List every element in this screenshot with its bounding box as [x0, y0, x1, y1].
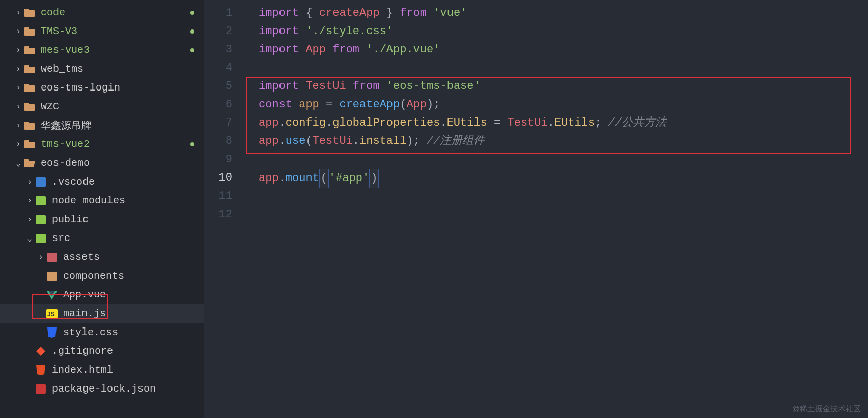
folder-item-web-tms[interactable]: ›web_tms [0, 59, 204, 78]
line-number-gutter: 123456789101112 [204, 0, 244, 418]
svg-rect-21 [36, 234, 46, 243]
code-line: import App from './App.vue' [244, 41, 868, 59]
tree-item-label: components [63, 270, 124, 282]
folder-item-tms-v3[interactable]: ›TMS-V3 [0, 22, 204, 41]
file-item-src[interactable]: ⌄src [0, 229, 204, 248]
line-number: 7 [204, 114, 244, 132]
svg-marker-29 [36, 347, 45, 356]
folder-item-eos-tms-login[interactable]: ›eos-tms-login [0, 78, 204, 97]
line-number: 9 [204, 151, 244, 169]
tree-item-label: assets [63, 251, 100, 263]
public-icon [35, 214, 47, 226]
svg-rect-19 [36, 196, 46, 205]
folder-item-tms-vue2[interactable]: ›tms-vue2 [0, 135, 204, 154]
tree-item-label: WZC [41, 101, 59, 112]
modified-dot-icon [190, 11, 194, 15]
chevron-icon[interactable]: · [24, 347, 35, 356]
assets-icon [46, 251, 58, 263]
folder-item-code[interactable]: ›code [0, 3, 204, 22]
file-explorer: ›code›TMS-V3›mes-vue3›web_tms›eos-tms-lo… [0, 0, 204, 418]
tree-item-label: package-lock.json [52, 383, 156, 395]
vscode-icon [35, 176, 47, 188]
svg-rect-13 [24, 122, 29, 125]
chevron-icon[interactable]: › [13, 46, 23, 55]
tree-item-label: node_modules [52, 195, 125, 206]
code-line: app.use(TestUi.install); //注册组件 [244, 132, 868, 151]
chevron-icon[interactable]: · [24, 366, 35, 375]
chevron-icon[interactable]: · [24, 384, 35, 394]
folder-item-wzc[interactable]: ›WZC [0, 97, 204, 116]
tree-item-label: eos-demo [41, 157, 90, 169]
file-item-app-vue[interactable]: ·App.vue [0, 285, 204, 304]
chevron-icon[interactable]: › [24, 215, 35, 224]
modified-dot-icon [190, 29, 194, 34]
file-item-style-css[interactable]: ·style.css [0, 323, 204, 342]
tree-item-label: .vscode [52, 176, 95, 188]
code-line: app.mount('#app') [244, 169, 868, 187]
tree-item-label: tms-vue2 [41, 138, 90, 150]
chevron-icon[interactable]: › [36, 253, 46, 262]
chevron-icon[interactable]: › [13, 83, 23, 93]
file-item-package-lock-json[interactable]: ·package-lock.json [0, 379, 204, 398]
svg-rect-1 [24, 9, 29, 12]
git-icon [35, 345, 47, 357]
folder-item-mes-vue3[interactable]: ›mes-vue3 [0, 41, 204, 59]
chevron-icon[interactable]: › [24, 196, 35, 205]
file-item-components[interactable]: ·components [0, 266, 204, 285]
editor[interactable]: 123456789101112 import { createApp } fro… [204, 0, 868, 418]
chevron-icon[interactable]: ⌄ [13, 158, 23, 168]
svg-rect-20 [36, 215, 46, 224]
chevron-icon[interactable]: › [13, 65, 23, 74]
css-icon [46, 326, 58, 339]
line-number: 4 [204, 59, 244, 77]
folder-item-eos-demo[interactable]: ⌄eos-demo [0, 154, 204, 172]
tree-item-label: main.js [63, 308, 106, 319]
file-item-assets[interactable]: ›assets [0, 248, 204, 266]
file-item-node-modules[interactable]: ›node_modules [0, 191, 204, 210]
file-item-public[interactable]: ›public [0, 210, 204, 229]
chevron-icon[interactable]: · [36, 290, 46, 300]
file-item-index-html[interactable]: ·index.html [0, 361, 204, 379]
svg-text:JS: JS [47, 311, 55, 318]
tree-item-label: code [41, 7, 65, 18]
folder-orange-icon [23, 7, 36, 19]
components-icon [46, 270, 58, 282]
file-item--vscode[interactable]: ›.vscode [0, 172, 204, 191]
folder-item------[interactable]: ›华鑫源吊牌 [0, 116, 204, 135]
folder-orange-icon [23, 25, 36, 38]
code-line [244, 205, 868, 224]
svg-rect-18 [36, 177, 46, 187]
svg-rect-17 [24, 159, 29, 162]
js-icon: JS [46, 308, 58, 320]
code-area[interactable]: import { createApp } from 'vue' import '… [244, 0, 868, 418]
svg-rect-3 [24, 27, 29, 31]
svg-rect-5 [24, 46, 29, 49]
chevron-icon[interactable]: › [13, 27, 23, 36]
svg-rect-11 [24, 103, 29, 106]
file-item--gitignore[interactable]: ·.gitignore [0, 342, 204, 361]
code-line [244, 59, 868, 77]
tree-item-label: 华鑫源吊牌 [41, 118, 92, 132]
file-item-main-js[interactable]: ·JSmain.js [0, 304, 204, 323]
chevron-icon[interactable]: ⌄ [24, 233, 35, 244]
tree-item-label: style.css [63, 326, 118, 338]
folder-orange-icon [23, 44, 36, 56]
chevron-icon[interactable]: › [13, 121, 23, 130]
chevron-icon[interactable]: › [13, 8, 23, 17]
folder-orange-icon [23, 63, 36, 75]
chevron-icon[interactable]: › [24, 177, 35, 187]
svg-rect-31 [36, 384, 46, 394]
svg-marker-30 [36, 365, 45, 375]
chevron-icon[interactable]: · [36, 272, 46, 281]
chevron-icon[interactable]: · [36, 328, 46, 337]
watermark: @稀土掘金技术社区 [792, 404, 861, 414]
tree-item-label: mes-vue3 [41, 44, 90, 56]
code-line: import './style.css' [244, 22, 868, 41]
tree-item-label: src [52, 232, 70, 244]
chevron-icon[interactable]: · [36, 309, 46, 318]
chevron-icon[interactable]: › [13, 140, 23, 149]
tree-item-label: App.vue [63, 289, 106, 301]
line-number: 8 [204, 132, 244, 151]
code-line [244, 151, 868, 169]
chevron-icon[interactable]: › [13, 102, 23, 111]
